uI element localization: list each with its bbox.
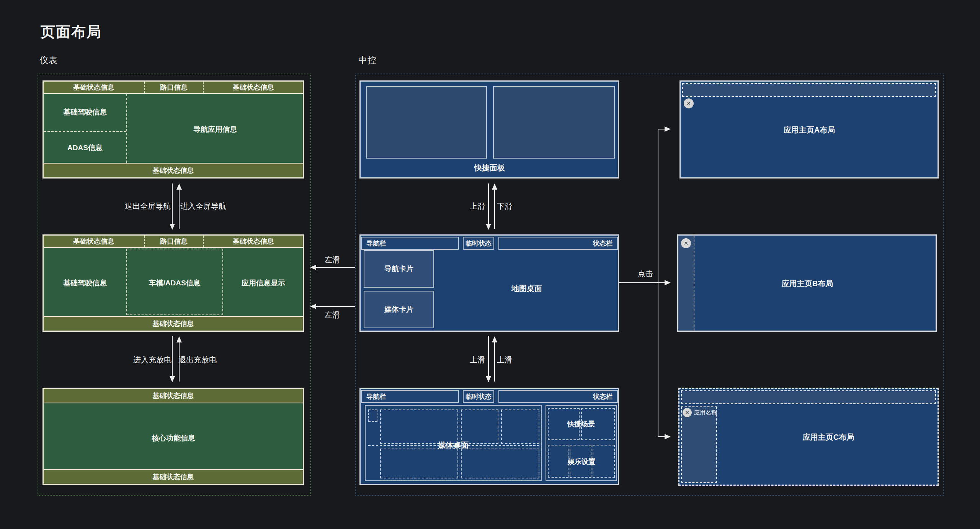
vehicle-adas-info-label: 车模/ADAS信息 [149,278,200,288]
nav-card[interactable]: 导航卡片 [364,250,434,288]
status-info-segment: 基础状态信息 [204,82,303,93]
app-info-display-label: 应用信息显示 [242,278,285,288]
swipe-up-label: 上滑 [470,355,485,365]
entertainment-slot-3 [593,445,615,478]
status-info-segment: 基础状态信息 [44,236,144,247]
media-desktop-label: 媒体桌面 [438,440,469,450]
status-info-segment: 基础状态信息 [204,236,303,247]
map-desktop-label: 地图桌面 [511,283,542,294]
media-desktop-panel: 媒体桌面 [365,405,542,481]
swipe-up-label: 上滑 [470,201,485,211]
layout-spec-canvas: 页面布局 仪表 中控 基础状态信息 路口信息 基础状态信息 基础驾驶信息 ADA… [0,0,980,529]
app-c-top-strip [681,390,936,404]
quick-panel-slot-left [366,86,487,159]
app-home-b-label: 应用主页B布局 [782,278,833,289]
adas-info-label: ADAS信息 [67,143,103,153]
temp-status-bar: 临时状态 [463,237,494,250]
center-screen-media-desktop[interactable]: 导航栏 临时状态 状态栏 媒体桌面 快捷场景 娱乐设置 [359,388,619,485]
nav-app-info-label: 导航应用信息 [193,124,237,134]
media-widget-slot-bottom-2 [461,449,539,478]
media-widget-slot-mid-2 [501,409,539,444]
standard-top-bar: 基础状态信息 路口信息 基础状态信息 [44,236,303,248]
exit-fullscreen-nav-label: 退出全屏导航 [125,201,171,211]
close-icon[interactable]: ✕ [681,238,691,248]
media-widget-slot-bottom-1 [380,449,458,478]
section-label-cluster: 仪表 [39,54,58,66]
quick-panel-slot-right [493,86,615,159]
media-card[interactable]: 媒体卡片 [364,291,434,328]
swipe-down-label: 下滑 [497,201,512,211]
app-c-side-strip [681,406,717,483]
scene-panel: 快捷场景 娱乐设置 [546,405,617,481]
app-home-b[interactable]: ✕ 应用主页B布局 [677,234,937,332]
app-b-side-strip [678,236,694,331]
page-title: 页面布局 [41,22,102,42]
standard-bottom-bar: 基础状态信息 [44,316,303,331]
cluster-screen-fullnav[interactable]: 基础状态信息 路口信息 基础状态信息 基础驾驶信息 ADAS信息 导航应用信息 … [42,80,304,179]
junction-info-segment: 路口信息 [144,236,204,247]
entertainment-label: 娱乐设置 [568,457,595,466]
fullnav-top-bar: 基础状态信息 路口信息 基础状态信息 [44,82,303,94]
status-bar: 状态栏 [498,390,618,403]
driving-info-label: 基础驾驶信息 [63,278,107,288]
charging-top-bar: 基础状态信息 [44,389,303,403]
quick-scene-label: 快捷场景 [567,419,595,429]
junction-info-segment: 路口信息 [144,82,204,93]
driving-info-label: 基础驾驶信息 [63,107,107,117]
close-icon[interactable]: ✕ [684,98,694,108]
standard-body: 基础驾驶信息 车模/ADAS信息 应用信息显示 [44,248,303,316]
temp-status-bar: 临时状态 [463,390,494,403]
enter-fullscreen-nav-label: 进入全屏导航 [180,201,226,211]
close-icon[interactable]: ✕ [683,408,692,417]
media-widget-slot-small [368,409,377,422]
media-widget-slot-large [380,409,458,444]
cluster-screen-standard[interactable]: 基础状态信息 路口信息 基础状态信息 基础驾驶信息 车模/ADAS信息 应用信息… [42,234,304,332]
core-function-info-label: 核心功能信息 [152,433,195,443]
column-divider [126,94,127,163]
swipe-left-label: 左滑 [325,255,340,265]
fullnav-body: 基础驾驶信息 ADAS信息 导航应用信息 [44,94,303,163]
enter-charging-label: 进入充放电 [133,355,172,365]
section-label-center: 中控 [358,54,377,66]
quick-panel-label: 快捷面板 [474,163,505,173]
status-info-segment: 基础状态信息 [44,82,144,93]
app-home-a[interactable]: ✕ 应用主页A布局 [679,80,939,179]
nav-bar: 导航栏 [361,237,459,250]
center-screen-map-desktop[interactable]: 导航栏 临时状态 状态栏 导航卡片 媒体卡片 地图桌面 [359,234,619,332]
app-home-c-label: 应用主页C布局 [803,432,854,442]
charging-body: 核心功能信息 [44,403,303,469]
status-bar: 状态栏 [498,237,618,250]
app-home-a-label: 应用主页A布局 [784,125,835,135]
cluster-screen-charging[interactable]: 基础状态信息 核心功能信息 基础状态信息 [42,388,304,485]
app-home-c[interactable]: ✕ 应用名称 应用主页C布局 [678,388,939,486]
exit-charging-label: 退出充放电 [178,355,217,365]
fullnav-bottom-bar: 基础状态信息 [44,163,303,177]
app-a-top-strip [682,83,936,97]
swipe-left-label: 左滑 [325,310,340,320]
click-label: 点击 [638,269,653,279]
media-widget-slot-mid-1 [461,409,498,444]
charging-bottom-bar: 基础状态信息 [44,469,303,484]
row-divider [44,131,126,132]
app-name-label: 应用名称 [694,409,717,416]
swipe-up-label: 上滑 [497,355,512,365]
nav-bar: 导航栏 [361,390,459,403]
center-screen-quick-panel[interactable]: 快捷面板 [359,80,619,179]
entertainment-slot-1 [548,445,568,478]
